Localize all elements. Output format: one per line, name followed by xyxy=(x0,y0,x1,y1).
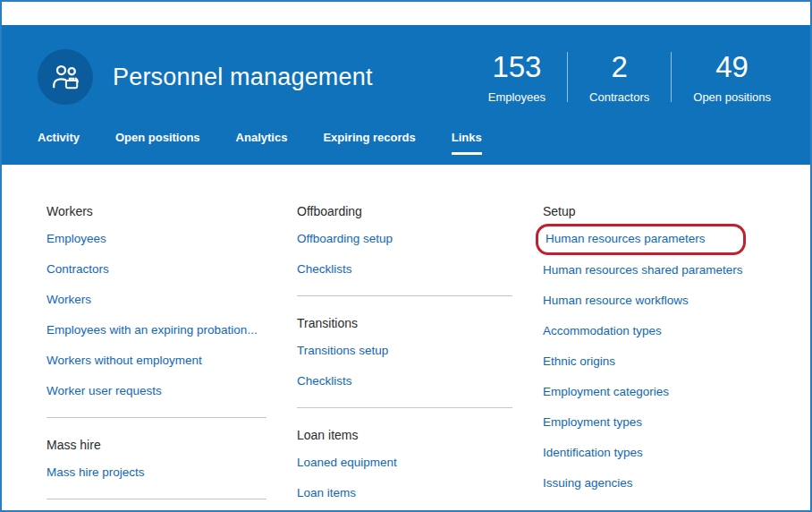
link-human-resource-workflows[interactable]: Human resource workflows xyxy=(543,286,792,316)
section-divider xyxy=(297,295,512,296)
link-employees[interactable]: Employees xyxy=(47,224,266,254)
personnel-management-window: Personnel management 153 Employees 2 Con… xyxy=(0,0,812,512)
link-offboarding-setup[interactable]: Offboarding setup xyxy=(297,224,512,254)
section-transitions: Transitions Transitions setup Checklists xyxy=(297,316,512,397)
links-column-offboarding: Offboarding Offboarding setup Checklists… xyxy=(297,204,543,512)
section-divider xyxy=(297,407,512,408)
stat-contractors-value: 2 xyxy=(589,50,649,84)
section-title-workers: Workers xyxy=(47,204,266,218)
red-highlight-ring: Human resources parameters xyxy=(536,224,746,255)
workspace-header: Personnel management 153 Employees 2 Con… xyxy=(2,25,810,165)
link-worker-user-requests[interactable]: Worker user requests xyxy=(47,376,266,406)
link-transitions-checklists[interactable]: Checklists xyxy=(297,366,512,397)
link-transitions-setup[interactable]: Transitions setup xyxy=(297,336,512,366)
section-divider xyxy=(47,417,266,418)
section-mass-hire: Mass hire Mass hire projects xyxy=(47,438,266,488)
section-offboarding: Offboarding Offboarding setup Checklists xyxy=(297,204,512,285)
link-human-resources-shared-parameters[interactable]: Human resources shared parameters xyxy=(543,255,792,286)
top-margin-strip xyxy=(2,2,810,25)
link-identification-types[interactable]: Identification types xyxy=(543,438,792,468)
link-workers-without-employment[interactable]: Workers without employment xyxy=(47,346,266,376)
tab-analytics[interactable]: Analytics xyxy=(236,131,288,155)
tab-open-positions[interactable]: Open positions xyxy=(115,131,200,155)
section-divider xyxy=(47,499,266,499)
header-main-row: Personnel management 153 Employees 2 Con… xyxy=(38,25,792,115)
stat-contractors-label: Contractors xyxy=(589,90,649,104)
link-loaned-equipment[interactable]: Loaned equipment xyxy=(297,448,512,478)
page-title: Personnel management xyxy=(113,64,373,91)
link-issuing-agencies[interactable]: Issuing agencies xyxy=(543,468,792,499)
link-employment-categories[interactable]: Employment categories xyxy=(543,377,792,407)
section-title-setup: Setup xyxy=(543,204,792,218)
link-contractors[interactable]: Contractors xyxy=(47,254,266,285)
links-content: Workers Employees Contractors Workers Em… xyxy=(2,165,810,512)
links-column-workers: Workers Employees Contractors Workers Em… xyxy=(47,204,297,512)
stat-open-positions-value: 49 xyxy=(693,50,771,84)
tab-links[interactable]: Links xyxy=(452,131,482,155)
link-workers[interactable]: Workers xyxy=(47,285,266,315)
section-title-transitions: Transitions xyxy=(297,316,512,330)
tab-expiring-records[interactable]: Expiring records xyxy=(323,131,415,155)
section-title-loan-items: Loan items xyxy=(297,428,512,442)
people-group-icon xyxy=(49,61,81,93)
link-mass-hire-projects[interactable]: Mass hire projects xyxy=(47,457,266,488)
link-employees-expiring-probation[interactable]: Employees with an expiring probation... xyxy=(47,315,266,346)
tab-activity[interactable]: Activity xyxy=(38,131,80,155)
link-ethnic-origins[interactable]: Ethnic origins xyxy=(543,346,792,377)
link-loan-items[interactable]: Loan items xyxy=(297,478,512,508)
workspace-tabs: Activity Open positions Analytics Expiri… xyxy=(38,115,792,155)
section-loan-items: Loan items Loaned equipment Loan items xyxy=(297,428,512,508)
stat-employees: 153 Employees xyxy=(467,50,567,104)
stat-employees-value: 153 xyxy=(488,50,546,84)
link-employment-types[interactable]: Employment types xyxy=(543,407,792,438)
stat-open-positions: 49 Open positions xyxy=(672,50,792,104)
stat-open-positions-label: Open positions xyxy=(693,90,771,104)
link-accommodation-types[interactable]: Accommodation types xyxy=(543,316,792,346)
section-setup: Setup Human resources parameters Human r… xyxy=(543,204,792,499)
section-workers: Workers Employees Contractors Workers Em… xyxy=(47,204,266,406)
section-title-mass-hire: Mass hire xyxy=(47,438,266,452)
link-human-resources-parameters[interactable]: Human resources parameters xyxy=(546,228,706,250)
links-column-setup: Setup Human resources parameters Human r… xyxy=(543,204,810,512)
header-stats: 153 Employees 2 Contractors 49 Open posi… xyxy=(467,50,792,104)
stat-employees-label: Employees xyxy=(488,90,546,104)
personnel-management-icon xyxy=(38,49,93,105)
stat-contractors: 2 Contractors xyxy=(568,50,671,104)
section-title-offboarding: Offboarding xyxy=(297,204,512,218)
link-offboarding-checklists[interactable]: Checklists xyxy=(297,254,512,285)
